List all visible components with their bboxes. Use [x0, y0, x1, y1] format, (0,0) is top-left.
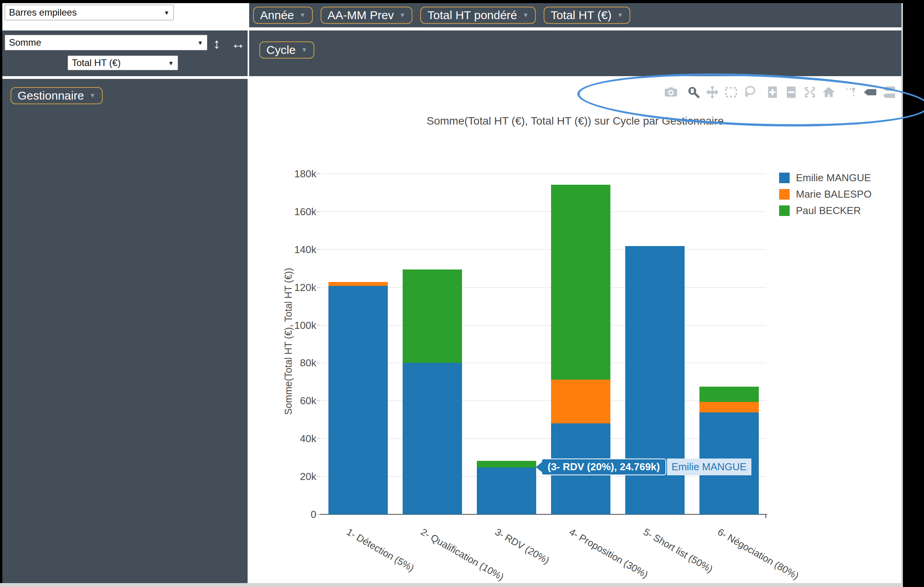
- x-tick-label: 1- Détection (5%): [345, 526, 416, 574]
- bar-segment[interactable]: [403, 269, 462, 363]
- reset-axes-icon[interactable]: [822, 85, 836, 99]
- bar-stack: [328, 171, 388, 514]
- legend-item[interactable]: Emilie MANGUE: [779, 169, 872, 186]
- chevron-down-icon: ▼: [197, 39, 203, 46]
- y-tick-label: 120k: [284, 281, 316, 294]
- legend-swatch-icon: [779, 205, 790, 216]
- bar-segment[interactable]: [699, 402, 759, 412]
- bar-segment[interactable]: [477, 467, 536, 514]
- y-tick-mark: [317, 325, 320, 326]
- y-tick-mark: [317, 287, 320, 288]
- chevron-down-icon: ▼: [300, 12, 306, 19]
- tooltip-series: Emilie MANGUE: [667, 459, 751, 475]
- available-fields-zone: Année▼AA-MM Prev▼Total HT pondéré▼Total …: [249, 3, 901, 27]
- chart-region: Somme(Total HT (€), Total HT (€)) sur Cy…: [249, 79, 901, 583]
- aggregator-panel: Somme ▼ ↕ ↔ Total HT (€) ▼: [2, 30, 248, 76]
- legend: Emilie MANGUEMarie BALESPOPaul BECKER: [779, 169, 872, 219]
- row-order-button[interactable]: ↕: [213, 37, 220, 51]
- field-button[interactable]: AA-MM Prev▼: [321, 7, 413, 24]
- chart-type-select[interactable]: Barres empilees ▼: [5, 5, 174, 20]
- field-button[interactable]: Année▼: [253, 7, 313, 24]
- y-tick-mark: [317, 438, 320, 439]
- bar-stack: [477, 171, 536, 514]
- hover-closest-icon[interactable]: [863, 85, 877, 99]
- chevron-down-icon: ▼: [89, 92, 96, 99]
- pan-icon[interactable]: [705, 85, 719, 99]
- x-tick-label: 2- Qualification (10%): [419, 526, 506, 583]
- x-tick-label: 6- Négociation (80%): [716, 526, 801, 582]
- aggregator-select[interactable]: Somme ▼: [5, 35, 207, 50]
- y-tick-label: 80k: [284, 357, 316, 369]
- bar-segment[interactable]: [403, 363, 462, 514]
- column-fields-zone: Cycle▼: [249, 30, 901, 76]
- aggregator-value: Somme: [9, 37, 194, 48]
- bar-segment[interactable]: [699, 387, 759, 402]
- y-tick-label: 40k: [284, 432, 316, 445]
- y-tick-label: 180k: [284, 168, 316, 180]
- y-tick-mark: [317, 362, 320, 363]
- chart-title: Somme(Total HT (€), Total HT (€)) sur Cy…: [249, 115, 901, 127]
- chevron-down-icon: ▼: [301, 46, 307, 54]
- legend-label: Marie BALESPO: [796, 188, 872, 200]
- autoscale-icon[interactable]: [803, 85, 817, 99]
- y-tick-mark: [317, 211, 320, 212]
- y-tick-mark: [317, 400, 320, 401]
- camera-icon[interactable]: [664, 85, 678, 99]
- y-tick-label: 60k: [284, 394, 316, 407]
- legend-label: Emilie MANGUE: [796, 172, 871, 184]
- y-tick-label: 140k: [284, 243, 316, 256]
- y-tick-mark: [317, 476, 320, 477]
- page-bottom-strip: [0, 583, 903, 587]
- field-button[interactable]: Cycle▼: [259, 41, 314, 59]
- x-tick-label: 4- Proposition (30%): [567, 526, 650, 580]
- y-tick-mark: [317, 173, 320, 174]
- field-button[interactable]: Gestionnaire▼: [11, 87, 103, 104]
- field-button-label: Année: [260, 9, 294, 22]
- x-tick-label: 3- RDV (20%): [493, 526, 551, 566]
- chevron-down-icon: ▼: [400, 12, 406, 19]
- chevron-down-icon: ▼: [168, 60, 174, 66]
- bar-segment[interactable]: [551, 185, 610, 380]
- x-axis-end-tick: [765, 514, 766, 518]
- bar-segment[interactable]: [477, 461, 536, 467]
- x-tick-label: 5- Short list (50%): [642, 526, 715, 575]
- y-tick-label: 0: [284, 508, 316, 521]
- field-button-label: Cycle: [266, 43, 296, 57]
- aggregator-field-select[interactable]: Total HT (€) ▼: [68, 55, 178, 70]
- plotly-modebar: [664, 85, 896, 99]
- lasso-select-icon[interactable]: [743, 85, 757, 99]
- chevron-down-icon: ▼: [164, 9, 169, 16]
- field-button-label: Total HT pondéré: [427, 9, 517, 22]
- tooltip-value: (3- RDV (20%), 24.769k): [541, 459, 666, 475]
- zoom-out-icon[interactable]: [784, 85, 798, 99]
- field-button-label: Gestionnaire: [18, 89, 84, 102]
- y-tick-label: 100k: [284, 319, 316, 332]
- field-button-label: Total HT (€): [551, 9, 612, 22]
- y-tick-mark: [317, 514, 320, 515]
- legend-label: Paul BECKER: [796, 205, 861, 217]
- zoom-icon[interactable]: [687, 85, 701, 99]
- bar-segment[interactable]: [551, 380, 610, 423]
- legend-item[interactable]: Paul BECKER: [779, 202, 872, 219]
- legend-item[interactable]: Marie BALESPO: [779, 186, 872, 202]
- bar-segment[interactable]: [328, 282, 388, 286]
- spikelines-icon[interactable]: [844, 85, 858, 99]
- app-window: Barres empilees ▼ Somme ▼ ↕ ↔ Total HT (…: [2, 3, 903, 583]
- legend-swatch-icon: [779, 189, 790, 200]
- y-tick-label: 160k: [284, 205, 316, 218]
- hover-compare-icon[interactable]: [882, 85, 896, 99]
- bar-segment[interactable]: [328, 286, 388, 514]
- bar-stack: [403, 171, 462, 514]
- hover-tooltip: (3- RDV (20%), 24.769k) Emilie MANGUE: [541, 459, 751, 475]
- field-button[interactable]: Total HT pondéré▼: [420, 7, 535, 24]
- chart-type-value: Barres empilees: [9, 7, 161, 18]
- row-fields-zone: Gestionnaire▼: [2, 79, 248, 583]
- box-select-icon[interactable]: [724, 85, 738, 99]
- zoom-in-icon[interactable]: [765, 85, 780, 99]
- field-button[interactable]: Total HT (€)▼: [544, 7, 630, 24]
- y-tick-mark: [317, 249, 320, 250]
- chevron-down-icon: ▼: [617, 12, 623, 19]
- y-tick-label: 20k: [284, 470, 316, 483]
- chevron-down-icon: ▼: [523, 12, 529, 19]
- col-order-button[interactable]: ↔: [231, 37, 245, 51]
